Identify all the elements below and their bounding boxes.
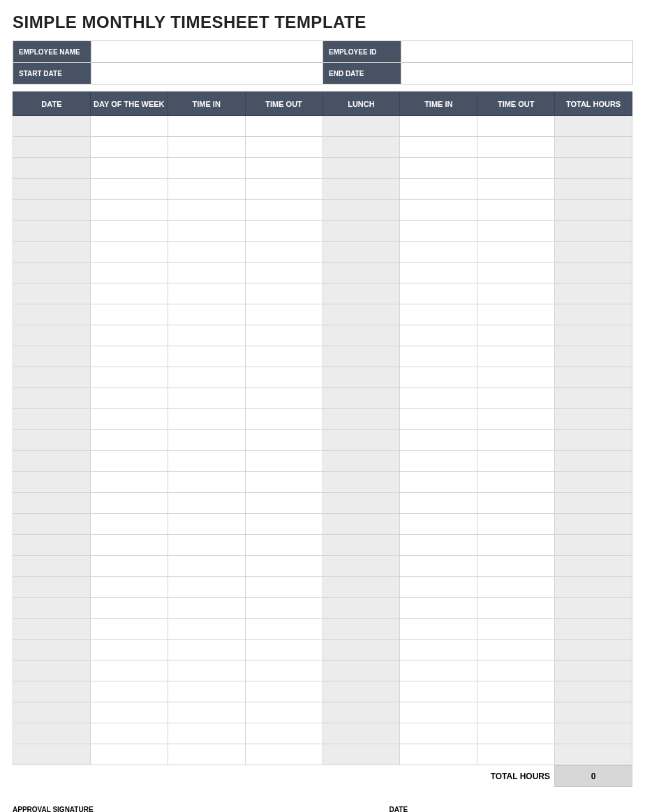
- cell-time_out_am[interactable]: [245, 200, 322, 221]
- cell-time_in_am[interactable]: [168, 116, 245, 137]
- cell-time_out_pm[interactable]: [477, 200, 555, 221]
- cell-time_in_am[interactable]: [168, 535, 245, 556]
- cell-time_in_am[interactable]: [168, 598, 245, 619]
- cell-day[interactable]: [90, 723, 168, 744]
- cell-time_out_am[interactable]: [245, 263, 322, 283]
- cell-lunch[interactable]: [322, 200, 400, 221]
- cell-time_out_pm[interactable]: [477, 472, 555, 493]
- cell-date[interactable]: [13, 535, 91, 556]
- cell-time_in_am[interactable]: [168, 514, 245, 535]
- cell-time_out_pm[interactable]: [477, 681, 555, 702]
- cell-time_out_am[interactable]: [245, 304, 322, 325]
- cell-time_out_pm[interactable]: [477, 158, 555, 179]
- employee-name-field[interactable]: [91, 41, 323, 63]
- cell-time_in_pm[interactable]: [400, 158, 477, 179]
- cell-time_in_pm[interactable]: [400, 681, 477, 702]
- cell-lunch[interactable]: [322, 660, 400, 681]
- cell-time_in_am[interactable]: [168, 556, 245, 577]
- cell-time_in_am[interactable]: [168, 430, 245, 451]
- cell-time_out_pm[interactable]: [477, 137, 555, 158]
- cell-time_in_am[interactable]: [168, 200, 245, 221]
- cell-lunch[interactable]: [322, 619, 400, 640]
- cell-lunch[interactable]: [322, 640, 400, 660]
- cell-day[interactable]: [90, 346, 168, 367]
- cell-date[interactable]: [13, 158, 91, 179]
- cell-time_out_am[interactable]: [245, 723, 322, 744]
- cell-date[interactable]: [13, 493, 91, 514]
- cell-day[interactable]: [90, 598, 168, 619]
- cell-time_in_pm[interactable]: [400, 346, 477, 367]
- cell-day[interactable]: [90, 556, 168, 577]
- cell-lunch[interactable]: [322, 535, 400, 556]
- cell-date[interactable]: [13, 137, 91, 158]
- cell-time_out_pm[interactable]: [477, 116, 555, 137]
- cell-day[interactable]: [90, 116, 168, 137]
- cell-date[interactable]: [13, 242, 91, 263]
- cell-day[interactable]: [90, 451, 168, 472]
- cell-time_out_pm[interactable]: [477, 242, 555, 263]
- cell-time_in_pm[interactable]: [400, 744, 477, 765]
- cell-lunch[interactable]: [322, 430, 400, 451]
- employee-id-field[interactable]: [401, 41, 633, 63]
- cell-time_out_am[interactable]: [245, 535, 322, 556]
- cell-date[interactable]: [13, 388, 91, 409]
- cell-time_out_pm[interactable]: [477, 179, 555, 200]
- cell-lunch[interactable]: [322, 263, 400, 283]
- end-date-field[interactable]: [401, 63, 633, 84]
- cell-time_in_am[interactable]: [168, 158, 245, 179]
- cell-time_out_am[interactable]: [245, 325, 322, 346]
- cell-time_in_pm[interactable]: [400, 367, 477, 388]
- cell-day[interactable]: [90, 325, 168, 346]
- cell-lunch[interactable]: [322, 702, 400, 723]
- cell-time_out_am[interactable]: [245, 598, 322, 619]
- cell-lunch[interactable]: [322, 283, 400, 304]
- cell-date[interactable]: [13, 283, 91, 304]
- cell-time_out_pm[interactable]: [477, 514, 555, 535]
- cell-date[interactable]: [13, 681, 91, 702]
- cell-date[interactable]: [13, 660, 91, 681]
- cell-date[interactable]: [13, 179, 91, 200]
- cell-day[interactable]: [90, 702, 168, 723]
- cell-date[interactable]: [13, 304, 91, 325]
- cell-lunch[interactable]: [322, 723, 400, 744]
- cell-lunch[interactable]: [322, 493, 400, 514]
- cell-time_in_pm[interactable]: [400, 409, 477, 430]
- cell-time_in_pm[interactable]: [400, 660, 477, 681]
- cell-time_out_pm[interactable]: [477, 430, 555, 451]
- cell-lunch[interactable]: [322, 116, 400, 137]
- cell-time_out_am[interactable]: [245, 744, 322, 765]
- cell-lunch[interactable]: [322, 325, 400, 346]
- cell-date[interactable]: [13, 451, 91, 472]
- cell-date[interactable]: [13, 263, 91, 283]
- cell-time_in_pm[interactable]: [400, 702, 477, 723]
- cell-time_in_pm[interactable]: [400, 451, 477, 472]
- cell-lunch[interactable]: [322, 514, 400, 535]
- cell-date[interactable]: [13, 325, 91, 346]
- cell-day[interactable]: [90, 200, 168, 221]
- cell-time_in_am[interactable]: [168, 242, 245, 263]
- cell-time_in_pm[interactable]: [400, 640, 477, 660]
- cell-time_in_am[interactable]: [168, 493, 245, 514]
- cell-time_out_pm[interactable]: [477, 744, 555, 765]
- cell-date[interactable]: [13, 723, 91, 744]
- cell-time_in_pm[interactable]: [400, 304, 477, 325]
- cell-time_out_pm[interactable]: [477, 388, 555, 409]
- cell-time_in_pm[interactable]: [400, 116, 477, 137]
- cell-time_in_pm[interactable]: [400, 493, 477, 514]
- cell-time_out_am[interactable]: [245, 451, 322, 472]
- cell-time_out_am[interactable]: [245, 346, 322, 367]
- cell-time_in_am[interactable]: [168, 221, 245, 242]
- cell-time_in_pm[interactable]: [400, 283, 477, 304]
- cell-time_out_pm[interactable]: [477, 367, 555, 388]
- cell-time_in_pm[interactable]: [400, 556, 477, 577]
- cell-time_out_pm[interactable]: [477, 263, 555, 283]
- cell-date[interactable]: [13, 116, 91, 137]
- cell-lunch[interactable]: [322, 179, 400, 200]
- cell-time_out_am[interactable]: [245, 409, 322, 430]
- cell-time_out_pm[interactable]: [477, 304, 555, 325]
- cell-time_in_am[interactable]: [168, 660, 245, 681]
- cell-time_out_am[interactable]: [245, 702, 322, 723]
- cell-day[interactable]: [90, 304, 168, 325]
- cell-time_in_pm[interactable]: [400, 430, 477, 451]
- cell-day[interactable]: [90, 263, 168, 283]
